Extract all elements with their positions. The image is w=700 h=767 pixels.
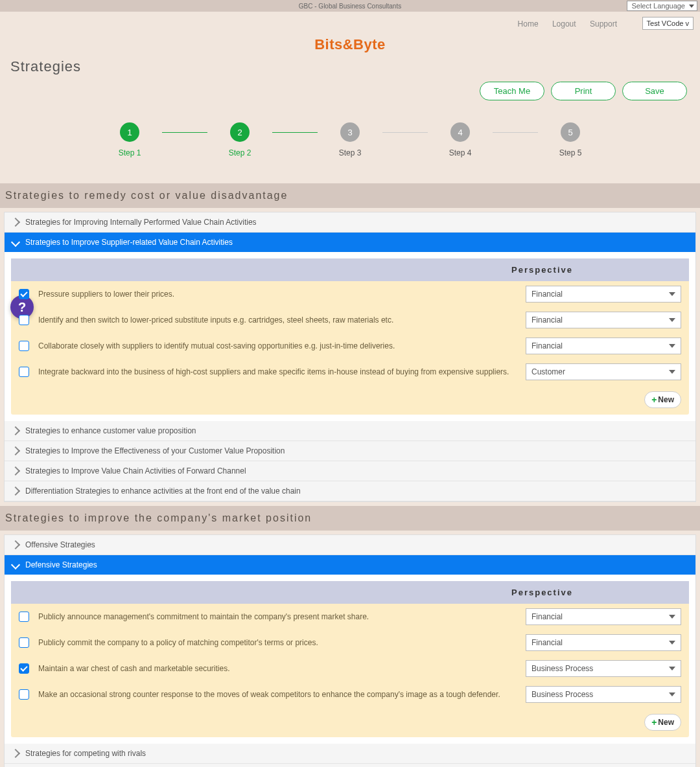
accordion-item[interactable]: Offensive Strategies	[5, 535, 695, 555]
perspective-select[interactable]: Financial	[526, 634, 681, 651]
step-1[interactable]: 1Step 1	[97, 122, 162, 157]
step-2[interactable]: 2Step 2	[207, 122, 272, 157]
nav-logout[interactable]: Logout	[552, 19, 576, 29]
strategy-text: Pressure suppliers to lower their prices…	[38, 290, 517, 299]
table-row: Collaborate closely with suppliers to id…	[11, 333, 689, 359]
chevron-right-icon	[11, 218, 20, 227]
chevron-right-icon	[11, 446, 20, 455]
header: Home Logout Support Test VCode v Bits&By…	[0, 12, 700, 157]
accordion-panel: Perspective Pressure suppliers to lower …	[5, 252, 695, 421]
accordion-group-1: Strategies for Improving Internally Perf…	[4, 212, 696, 502]
save-button[interactable]: Save	[622, 82, 687, 100]
chevron-right-icon	[11, 540, 20, 549]
table-row: Maintain a war chest of cash and marketa…	[11, 656, 689, 681]
print-button[interactable]: Print	[551, 82, 616, 100]
section-header-market: Strategies to improve the company's mark…	[0, 506, 700, 531]
chevron-right-icon	[11, 749, 20, 758]
checkbox[interactable]	[19, 341, 29, 351]
accordion-item[interactable]: Differentiation Strategies to enhance ac…	[5, 481, 695, 501]
stepper-connector	[272, 132, 318, 133]
step-5[interactable]: 5Step 5	[538, 122, 603, 157]
table-header: Perspective	[11, 581, 689, 604]
table-row: Make an occasional strong counter respon…	[11, 681, 689, 707]
chevron-down-icon	[11, 238, 20, 247]
accordion-item[interactable]: Strategies to enhance customer value pro…	[5, 421, 695, 441]
plus-icon: +	[651, 395, 657, 405]
chevron-right-icon	[11, 466, 20, 475]
perspective-header: Perspective	[511, 588, 573, 597]
new-button[interactable]: +New	[644, 391, 681, 408]
table-row: Publicly announce management's commitmen…	[11, 604, 689, 630]
perspective-header: Perspective	[511, 265, 573, 275]
table-row: Pressure suppliers to lower their prices…	[11, 281, 689, 307]
page-title: Strategies	[10, 58, 694, 75]
strategy-table: Perspective Pressure suppliers to lower …	[11, 258, 689, 415]
checkbox[interactable]	[19, 315, 29, 325]
perspective-select[interactable]: Business Process	[526, 686, 681, 703]
strategy-text: Publicly announce management's commitmen…	[38, 612, 517, 621]
new-button-row: +New	[11, 707, 689, 737]
chevron-right-icon	[11, 487, 20, 496]
perspective-select[interactable]: Financial	[526, 312, 681, 328]
stepper-connector	[493, 132, 538, 133]
section-header-cost: Strategies to remedy cost or value disad…	[0, 183, 700, 208]
checkbox[interactable]	[19, 612, 29, 622]
table-row: Publicly commit the company to a policy …	[11, 630, 689, 656]
strategy-text: Maintain a war chest of cash and marketa…	[38, 664, 517, 673]
strategy-text: Identify and then switch to lower-priced…	[38, 315, 517, 325]
table-row: Integrate backward into the business of …	[11, 359, 689, 385]
strategy-text: Make an occasional strong counter respon…	[38, 690, 517, 699]
accordion-item[interactable]: My Custom Strategies	[5, 764, 695, 767]
new-button-row: +New	[11, 385, 689, 415]
accordion-item[interactable]: Strategies for Improving Internally Perf…	[5, 212, 695, 233]
plus-icon: +	[651, 717, 657, 727]
accordion-item[interactable]: Strategies to Improve the Effectiveness …	[5, 441, 695, 461]
strategy-table: Perspective Publicly announce management…	[11, 581, 689, 737]
stepper: 1Step 1 2Step 2 3Step 3 4Step 4 5Step 5	[6, 122, 694, 157]
action-buttons: Teach Me Print Save	[6, 82, 694, 100]
checkbox[interactable]	[19, 663, 29, 674]
strategy-text: Collaborate closely with suppliers to id…	[38, 341, 517, 350]
step-3[interactable]: 3Step 3	[318, 122, 382, 157]
language-select[interactable]: Select Language	[627, 1, 697, 11]
step-4[interactable]: 4Step 4	[428, 122, 493, 157]
topbar: GBC - Global Business Consultants Select…	[0, 0, 700, 12]
new-button[interactable]: +New	[644, 714, 681, 731]
logo: Bits&Byte	[6, 36, 694, 53]
teach-me-button[interactable]: Teach Me	[480, 82, 544, 100]
perspective-select[interactable]: Business Process	[526, 660, 681, 677]
accordion-item-open[interactable]: Strategies to Improve Supplier-related V…	[5, 233, 695, 252]
nav-support[interactable]: Support	[590, 19, 617, 29]
checkbox[interactable]	[19, 689, 29, 700]
chevron-down-icon	[11, 560, 20, 569]
chevron-right-icon	[11, 426, 20, 435]
accordion-item-open[interactable]: Defensive Strategies	[5, 555, 695, 575]
checkbox[interactable]	[19, 367, 29, 377]
perspective-select[interactable]: Customer	[526, 363, 681, 380]
checkbox[interactable]	[19, 637, 29, 648]
topbar-title: GBC - Global Business Consultants	[299, 3, 401, 10]
table-header: Perspective	[11, 258, 689, 281]
strategy-text: Publicly commit the company to a policy …	[38, 638, 517, 647]
accordion-panel: Perspective Publicly announce management…	[5, 575, 695, 744]
nav-home[interactable]: Home	[518, 19, 539, 29]
perspective-select[interactable]: Financial	[526, 338, 681, 354]
accordion-item[interactable]: Strategies for competing with rivals	[5, 744, 695, 764]
strategy-text: Integrate backward into the business of …	[38, 367, 517, 376]
accordion-item[interactable]: Strategies to Improve Value Chain Activi…	[5, 461, 695, 481]
table-row: Identify and then switch to lower-priced…	[11, 307, 689, 333]
accordion-group-2: Offensive Strategies Defensive Strategie…	[4, 534, 696, 767]
vcode-select[interactable]: Test VCode v	[642, 17, 694, 30]
stepper-connector	[382, 132, 428, 133]
stepper-connector	[162, 132, 207, 133]
perspective-select[interactable]: Financial	[526, 286, 681, 303]
perspective-select[interactable]: Financial	[526, 608, 681, 625]
checkbox[interactable]	[19, 289, 29, 299]
nav-links: Home Logout Support	[506, 19, 617, 29]
